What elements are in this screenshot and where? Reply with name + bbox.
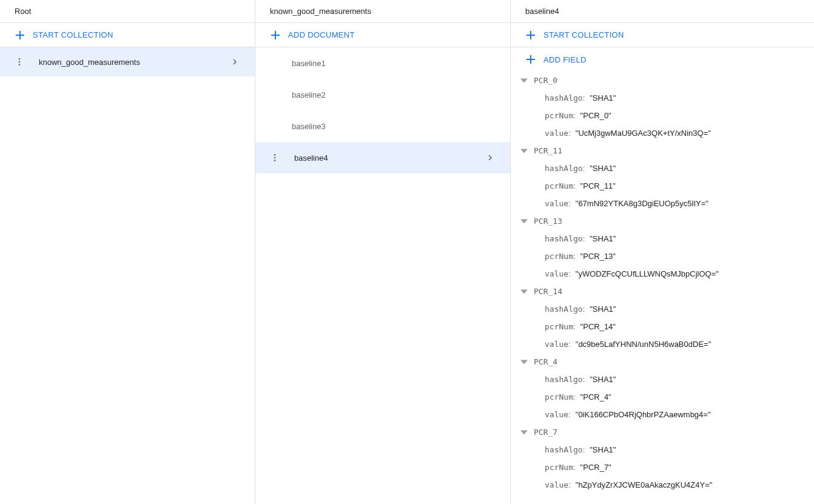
field-value: "PCR_4": [580, 392, 611, 402]
field-value: "hZpYdyZrXJCWE0aAkaczgKU4Z4Y=": [576, 480, 713, 489]
field-value: "SHA1": [590, 164, 616, 173]
more-vert-icon[interactable]: [270, 153, 280, 163]
field-group-header[interactable]: PCR_7: [511, 423, 814, 441]
field-value: "SHA1": [590, 445, 616, 454]
field-row[interactable]: hashAlgo:"SHA1": [511, 371, 814, 388]
field-group: PCR_7hashAlgo:"SHA1"pcrNum:"PCR_7"value:…: [511, 423, 814, 494]
field-group: PCR_11hashAlgo:"SHA1"pcrNum:"PCR_11"valu…: [511, 142, 814, 212]
collapse-icon[interactable]: [520, 358, 528, 366]
field-value: "PCR_14": [580, 322, 616, 331]
field-row[interactable]: hashAlgo:"SHA1": [511, 160, 814, 177]
collapse-icon[interactable]: [520, 218, 528, 225]
document-action-row-2: ADD FIELD: [511, 47, 814, 72]
field-key: hashAlgo: [545, 93, 583, 102]
field-row[interactable]: value:"yWODZFcQCUfLLLWNQsMJbpCjlOQ=": [511, 265, 814, 283]
document-action-row-1: START COLLECTION: [511, 23, 814, 47]
field-group: PCR_14hashAlgo:"SHA1"pcrNum:"PCR_14"valu…: [511, 283, 814, 353]
add-document-button[interactable]: ADD DOCUMENT: [270, 30, 355, 41]
collection-action-row: ADD DOCUMENT: [255, 23, 510, 47]
field-group: PCR_4hashAlgo:"SHA1"pcrNum:"PCR_4"value:…: [511, 353, 814, 423]
field-group-header[interactable]: PCR_11: [511, 142, 814, 160]
plus-icon: [270, 30, 281, 41]
collapse-icon[interactable]: [520, 288, 528, 295]
field-group-name: PCR_13: [534, 217, 562, 226]
svg-point-1: [19, 61, 21, 63]
svg-point-0: [19, 58, 21, 60]
field-row[interactable]: pcrNum:"PCR_11": [511, 177, 814, 195]
field-value: "SHA1": [590, 375, 616, 384]
root-panel-header: Root: [0, 0, 255, 23]
document-item[interactable]: baseline1: [255, 47, 510, 79]
start-collection-button[interactable]: START COLLECTION: [15, 30, 113, 41]
field-value: "SHA1": [590, 234, 616, 243]
field-value: "SHA1": [590, 93, 616, 102]
field-value: "PCR_13": [580, 252, 616, 261]
svg-point-3: [274, 154, 276, 156]
field-row[interactable]: hashAlgo:"SHA1": [511, 441, 814, 459]
collapse-icon[interactable]: [520, 429, 528, 436]
field-group-header[interactable]: PCR_13: [511, 212, 814, 230]
field-row[interactable]: hashAlgo:"SHA1": [511, 89, 814, 107]
field-value: "PCR_7": [580, 463, 611, 472]
more-vert-icon[interactable]: [15, 57, 24, 67]
field-key: value: [545, 199, 568, 208]
field-group-name: PCR_14: [534, 287, 562, 296]
field-key: pcrNum: [545, 322, 573, 331]
field-key: value: [545, 129, 568, 138]
plus-icon: [15, 30, 25, 41]
collection-panel-title: known_good_measurements: [270, 7, 371, 16]
field-row[interactable]: pcrNum:"PCR_0": [511, 107, 814, 124]
root-panel-title: Root: [15, 7, 31, 16]
collection-panel: known_good_measurements ADD DOCUMENT bas…: [255, 0, 511, 504]
document-panel: baseline4 START COLLECTION ADD FIELD PCR…: [511, 0, 814, 504]
svg-point-5: [274, 160, 276, 161]
field-row[interactable]: value:"UcMj3gwMaU9GAc3QK+tY/xNin3Q=": [511, 124, 814, 142]
collapse-icon[interactable]: [520, 77, 528, 84]
document-item[interactable]: baseline4: [255, 142, 510, 173]
svg-point-2: [19, 64, 21, 66]
field-row[interactable]: pcrNum:"PCR_4": [511, 388, 814, 406]
field-value: "PCR_11": [580, 181, 616, 190]
field-key: value: [545, 340, 568, 349]
field-row[interactable]: pcrNum:"PCR_13": [511, 247, 814, 265]
add-field-label: ADD FIELD: [543, 55, 587, 64]
field-row[interactable]: pcrNum:"PCR_7": [511, 459, 814, 476]
field-key: hashAlgo: [545, 234, 583, 243]
field-group-header[interactable]: PCR_4: [511, 353, 814, 371]
field-row[interactable]: hashAlgo:"SHA1": [511, 230, 814, 247]
field-key: hashAlgo: [545, 304, 583, 314]
field-key: value: [545, 410, 568, 419]
field-group-header[interactable]: PCR_0: [511, 72, 814, 89]
document-panel-header: baseline4: [511, 0, 814, 23]
field-group: PCR_13hashAlgo:"SHA1"pcrNum:"PCR_13"valu…: [511, 212, 814, 283]
field-row[interactable]: value:"hZpYdyZrXJCWE0aAkaczgKU4Z4Y=": [511, 476, 814, 494]
field-group: PCR_0hashAlgo:"SHA1"pcrNum:"PCR_0"value:…: [511, 72, 814, 142]
field-value: "SHA1": [590, 304, 616, 314]
plus-icon: [525, 30, 536, 41]
field-row[interactable]: value:"0iK166CPbO4RjQhbrPZAaewmbg4=": [511, 406, 814, 423]
field-value: "67mN92YTKA8g3DgiEUOp5yc5lIY=": [576, 199, 708, 208]
svg-point-4: [274, 157, 276, 159]
field-group-header[interactable]: PCR_14: [511, 283, 814, 300]
add-document-label: ADD DOCUMENT: [288, 30, 355, 39]
start-collection-label-doc: START COLLECTION: [543, 30, 624, 39]
field-row[interactable]: pcrNum:"PCR_14": [511, 318, 814, 335]
document-item[interactable]: baseline3: [255, 110, 510, 142]
collection-item-label: known_good_measurements: [39, 58, 229, 67]
field-value: "UcMj3gwMaU9GAc3QK+tY/xNin3Q=": [576, 129, 711, 138]
root-action-row: START COLLECTION: [0, 23, 255, 47]
add-field-button[interactable]: ADD FIELD: [525, 54, 587, 65]
collection-panel-header: known_good_measurements: [255, 0, 510, 23]
field-key: pcrNum: [545, 392, 573, 402]
field-key: hashAlgo: [545, 445, 583, 454]
field-group-name: PCR_7: [534, 428, 557, 437]
collapse-icon[interactable]: [520, 147, 528, 155]
field-key: hashAlgo: [545, 375, 583, 384]
field-row[interactable]: hashAlgo:"SHA1": [511, 300, 814, 318]
document-item[interactable]: baseline2: [255, 79, 510, 110]
field-key: value: [545, 480, 568, 489]
field-row[interactable]: value:"dc9be5LafYHNN/unN5H6waB0dDE=": [511, 335, 814, 353]
collection-item[interactable]: known_good_measurements: [0, 47, 255, 76]
field-row[interactable]: value:"67mN92YTKA8g3DgiEUOp5yc5lIY=": [511, 195, 814, 212]
start-collection-button-doc[interactable]: START COLLECTION: [525, 30, 624, 41]
